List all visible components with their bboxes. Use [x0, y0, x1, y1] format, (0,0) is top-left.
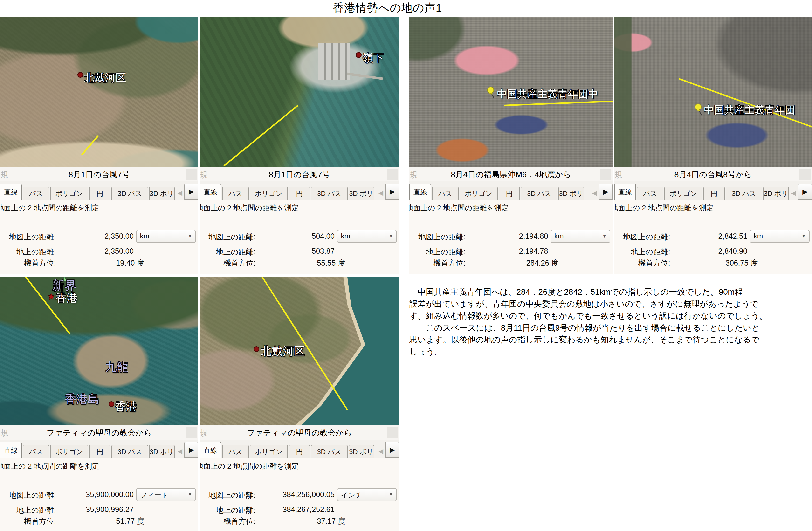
unit-dropdown-value: km — [554, 232, 564, 240]
ground-distance-value: 503.87 — [312, 247, 335, 256]
tab-line[interactable]: 直線 — [614, 184, 636, 200]
tab-circle[interactable]: 円 — [89, 445, 111, 458]
tab-3d-path[interactable]: 3D パス — [112, 187, 148, 200]
tab-scroll-left-icon[interactable]: ◀ — [177, 189, 183, 197]
ground-distance-label: 地上の距離: — [409, 247, 465, 257]
tab-scroll-left-icon[interactable]: ◀ — [378, 447, 383, 455]
map-distance-value: 2,350.00 — [104, 232, 134, 241]
satellite-map-6: 北戴河区 — [200, 277, 399, 425]
tab-3d-polygon[interactable]: 3D ポリゴン — [349, 187, 374, 200]
tab-scroll-left-icon[interactable]: ◀ — [791, 189, 796, 197]
window-close-button[interactable] — [387, 168, 398, 180]
chevron-down-icon: ▼ — [187, 233, 192, 239]
map-distance-label: 地図上の距離: — [0, 232, 56, 242]
tab-scroll-right-button[interactable]: ▶ — [599, 184, 613, 200]
tab-scroll-left-icon[interactable]: ◀ — [378, 189, 383, 197]
tab-3d-path[interactable]: 3D パス — [521, 187, 557, 200]
tab-circle[interactable]: 円 — [289, 187, 310, 200]
tab-path[interactable]: パス — [222, 445, 249, 458]
ground-distance-value: 384,267,252.61 — [283, 505, 335, 514]
tab-scroll-right-button[interactable]: ▶ — [385, 184, 399, 200]
tab-3d-polygon[interactable]: 3D ポリゴン — [149, 187, 175, 200]
tab-path[interactable]: パス — [23, 445, 49, 458]
unit-dropdown[interactable]: km ▼ — [337, 230, 397, 243]
tab-polygon[interactable]: ポリゴン — [460, 187, 498, 200]
unit-dropdown-value: インチ — [341, 490, 362, 500]
map-place-label: 香港島 — [64, 392, 99, 407]
unit-dropdown[interactable]: km ▼ — [551, 230, 610, 243]
tab-polygon[interactable]: ポリゴン — [50, 187, 88, 200]
window-caption-bar: 規 ファティマの聖母の教会から — [0, 425, 198, 440]
tab-3d-path[interactable]: 3D パス — [311, 445, 348, 458]
tab-path[interactable]: パス — [222, 187, 249, 200]
tab-polygon[interactable]: ポリゴン — [250, 187, 288, 200]
map-distance-label: 地図上の距離: — [614, 232, 670, 242]
tab-3d-polygon[interactable]: 3D ポリゴン — [149, 445, 175, 458]
tab-3d-path[interactable]: 3D パス — [112, 445, 148, 458]
window-caption: 8月1日の台風7号 — [0, 169, 198, 180]
heading-value: 19.40 度 — [116, 258, 144, 268]
place-pin-icon — [77, 72, 83, 78]
tab-3d-polygon[interactable]: 3D ポリゴン — [559, 187, 584, 200]
tab-path[interactable]: パス — [23, 187, 49, 200]
tab-scroll-right-button[interactable]: ▶ — [798, 184, 812, 200]
ruler-window-3: 規 8月4日の福島県沖M6．4地震から 直線 パス ポリゴン 円 3D パス 3… — [409, 167, 613, 274]
window-close-button[interactable] — [799, 168, 811, 180]
tab-scroll-right-button[interactable]: ▶ — [184, 442, 198, 458]
ground-distance-row: 地上の距離: 2,840.90 — [614, 247, 812, 257]
ground-distance-label: 地上の距離: — [200, 247, 256, 257]
ground-distance-value: 2,350.00 — [104, 247, 134, 256]
tab-3d-polygon[interactable]: 3D ポリゴン — [349, 445, 374, 458]
place-pin-icon — [253, 346, 259, 352]
tab-polygon[interactable]: ポリゴン — [50, 445, 88, 458]
unit-dropdown-value: フィート — [140, 490, 169, 500]
window-caption-bar: 規 8月4日の台風8号から — [614, 167, 812, 181]
tab-line[interactable]: 直線 — [0, 184, 22, 200]
unit-dropdown[interactable]: km ▼ — [136, 230, 196, 243]
tab-3d-path[interactable]: 3D パス — [311, 187, 348, 200]
window-caption-bar: 規 8月4日の福島県沖M6．4地震から — [409, 167, 613, 181]
tab-polygon[interactable]: ポリゴン — [664, 187, 702, 200]
unit-dropdown[interactable]: インチ ▼ — [337, 488, 397, 501]
unit-dropdown-value: km — [754, 232, 763, 240]
tab-polygon[interactable]: ポリゴン — [250, 445, 288, 458]
satellite-map-1: 北戴河区 — [0, 17, 198, 167]
tab-circle[interactable]: 円 — [89, 187, 111, 200]
ground-distance-label: 地上の距離: — [0, 247, 56, 257]
tab-path[interactable]: パス — [637, 187, 663, 200]
tab-3d-polygon[interactable]: 3D ポリゴン — [763, 187, 789, 200]
unit-dropdown[interactable]: フィート ▼ — [136, 488, 196, 501]
tab-circle[interactable]: 円 — [289, 445, 310, 458]
heading-value: 55.55 度 — [317, 258, 345, 268]
tab-scroll-right-button[interactable]: ▶ — [385, 442, 399, 458]
tab-line[interactable]: 直線 — [409, 184, 431, 200]
window-caption-bar: 規 ファティマの聖母の教会から — [200, 425, 399, 440]
measure-pane: 地面上の 2 地点間の距離を測定 地図上の距離: 2,194.80 km ▼ 地… — [409, 200, 613, 274]
map-place-label: 香港 — [56, 291, 78, 306]
tab-scroll-right-button[interactable]: ▶ — [184, 184, 198, 200]
map-distance-value: 2,842.51 — [718, 232, 748, 241]
tab-circle[interactable]: 円 — [499, 187, 520, 200]
paragraph-line: 誤差が出ていますが、青年団の中央委員会の敷地は小さいので、さすがに無理があったよ… — [409, 298, 812, 310]
paragraph-line: しょう。 — [409, 346, 812, 358]
pushpin-icon — [487, 87, 496, 99]
tab-scroll-left-icon[interactable]: ◀ — [177, 447, 183, 455]
measure-header: 地面上の 2 地点間の距離を測定 — [614, 203, 713, 213]
window-close-button[interactable] — [186, 427, 197, 438]
map-distance-label: 地図上の距離: — [409, 232, 465, 242]
tab-3d-path[interactable]: 3D パス — [726, 187, 762, 200]
tab-line[interactable]: 直線 — [200, 442, 221, 458]
window-close-button[interactable] — [600, 168, 611, 180]
tab-line[interactable]: 直線 — [0, 442, 22, 458]
map-distance-row: 地図上の距離: 2,350.00 km ▼ — [0, 232, 198, 242]
tab-path[interactable]: パス — [432, 187, 459, 200]
ruler-window-6: 規 ファティマの聖母の教会から 直線 パス ポリゴン 円 3D パス 3D ポリ… — [200, 425, 399, 531]
tab-scroll-left-icon[interactable]: ◀ — [592, 189, 597, 197]
window-close-button[interactable] — [387, 427, 398, 438]
window-close-button[interactable] — [186, 168, 197, 180]
tab-circle[interactable]: 円 — [704, 187, 725, 200]
unit-dropdown[interactable]: km ▼ — [750, 230, 810, 243]
ruler-window-1: 規 8月1日の台風7号 直線 パス ポリゴン 円 3D パス 3D ポリゴン ◀… — [0, 167, 198, 274]
tab-line[interactable]: 直線 — [200, 184, 221, 200]
pushpin-icon — [694, 103, 704, 116]
